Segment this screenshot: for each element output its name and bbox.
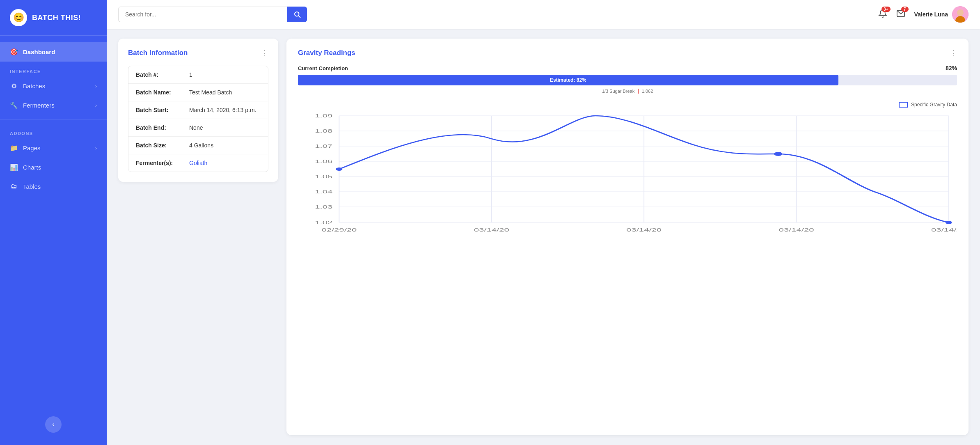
notifications-bell-button[interactable]: 3+ xyxy=(878,9,887,20)
svg-text:1.02: 1.02 xyxy=(315,220,332,225)
svg-point-4 xyxy=(957,9,964,16)
bell-badge: 3+ xyxy=(882,7,890,12)
progress-markers: 1/3 Sugar Break 1.062 xyxy=(298,89,957,94)
search-wrapper xyxy=(118,7,307,22)
sidebar-divider xyxy=(0,119,107,119)
logo-icon: 😊 xyxy=(10,9,27,26)
fermenter-link[interactable]: Goliath xyxy=(189,160,207,166)
sidebar-item-label: Pages xyxy=(23,145,41,151)
field-label: Fermenter(s): xyxy=(136,160,189,166)
legend-box-icon xyxy=(899,102,908,108)
gravity-header: Gravity Readings ⋮ xyxy=(298,48,957,57)
svg-line-1 xyxy=(298,16,300,17)
sidebar-item-label: Fermenters xyxy=(23,102,55,109)
chart-container: .grid-line { stroke: #e8eaf6; stroke-wid… xyxy=(298,112,957,425)
sidebar-logo: 😊 BATCH THIS! xyxy=(0,0,107,36)
data-point xyxy=(946,221,952,224)
pages-icon: 📁 xyxy=(10,144,18,152)
progress-bar-outer: Estimated: 82% xyxy=(298,75,957,85)
svg-text:1.06: 1.06 xyxy=(315,159,332,164)
search-icon xyxy=(293,11,301,18)
logo-text: BATCH THIS! xyxy=(32,14,81,22)
table-row: Batch #: 1 xyxy=(128,66,268,84)
gravity-card: Gravity Readings ⋮ Current Completion 82… xyxy=(286,39,969,435)
table-row: Batch Size: 4 Gallons xyxy=(128,137,268,154)
fermenters-icon: 🔧 xyxy=(10,101,18,109)
sidebar-item-batches[interactable]: ⚙ Batches › xyxy=(0,76,107,96)
batch-info-menu-button[interactable]: ⋮ xyxy=(261,48,268,57)
table-row: Batch Start: March 14, 2020, 6:13 p.m. xyxy=(128,101,268,119)
dashboard-icon: 🎯 xyxy=(10,48,18,56)
header-icons: 3+ 7 Valerie Luna xyxy=(878,6,969,23)
header: 3+ 7 Valerie Luna xyxy=(107,0,980,29)
marker-label: 1/3 Sugar Break xyxy=(602,89,635,94)
svg-text:03/14/20: 03/14/20 xyxy=(779,227,814,233)
legend-label: Specific Gravity Data xyxy=(911,102,957,108)
sidebar-item-charts[interactable]: 📊 Charts xyxy=(0,158,107,177)
sidebar: 😊 BATCH THIS! 🎯 Dashboard INTERFACE ⚙ Ba… xyxy=(0,0,107,445)
svg-text:1.08: 1.08 xyxy=(315,128,332,134)
field-value: 1 xyxy=(189,71,192,78)
chevron-right-icon: › xyxy=(95,145,97,151)
sidebar-item-label: Batches xyxy=(23,83,45,89)
sidebar-item-pages[interactable]: 📁 Pages › xyxy=(0,138,107,158)
field-value: March 14, 2020, 6:13 p.m. xyxy=(189,107,256,113)
charts-icon: 📊 xyxy=(10,163,18,171)
marker-divider xyxy=(638,89,639,94)
sidebar-item-label: Charts xyxy=(23,164,41,171)
chevron-right-icon: › xyxy=(95,83,97,89)
svg-text:03/14/20: 03/14/20 xyxy=(931,227,957,233)
batch-info-header: Batch Information ⋮ xyxy=(128,48,268,57)
data-point xyxy=(774,152,782,156)
sidebar-nav: 🎯 Dashboard INTERFACE ⚙ Batches › 🔧 Ferm… xyxy=(0,36,107,445)
collapse-icon: ‹ xyxy=(52,421,54,428)
table-row: Fermenter(s): Goliath xyxy=(128,154,268,172)
main-area: 3+ 7 Valerie Luna xyxy=(107,0,980,445)
data-point xyxy=(336,167,342,171)
mail-badge: 7 xyxy=(901,7,909,12)
table-row: Batch End: None xyxy=(128,119,268,137)
sidebar-item-tables[interactable]: 🗂 Tables xyxy=(0,177,107,196)
batch-info-card: Batch Information ⋮ Batch #: 1 Batch Nam… xyxy=(118,39,278,182)
chevron-right-icon: › xyxy=(95,102,97,108)
field-label: Batch Start: xyxy=(136,107,189,113)
field-value: None xyxy=(189,124,203,131)
field-label: Batch End: xyxy=(136,124,189,131)
field-value: Test Mead Batch xyxy=(189,89,232,96)
batch-info-table: Batch #: 1 Batch Name: Test Mead Batch B… xyxy=(128,66,268,172)
sidebar-item-fermenters[interactable]: 🔧 Fermenters › xyxy=(0,96,107,115)
sidebar-item-dashboard[interactable]: 🎯 Dashboard xyxy=(0,42,107,62)
sidebar-section-interface: INTERFACE xyxy=(0,62,107,76)
progress-label: Estimated: 82% xyxy=(550,77,586,83)
gravity-chart: .grid-line { stroke: #e8eaf6; stroke-wid… xyxy=(298,112,957,243)
search-button[interactable] xyxy=(287,7,307,22)
avatar xyxy=(952,6,969,23)
svg-text:02/29/20: 02/29/20 xyxy=(321,227,357,233)
svg-text:1.09: 1.09 xyxy=(315,113,332,119)
gravity-menu-button[interactable]: ⋮ xyxy=(950,48,957,57)
completion-percentage: 82% xyxy=(946,65,957,71)
svg-text:1.07: 1.07 xyxy=(315,144,332,149)
svg-text:03/14/20: 03/14/20 xyxy=(626,227,662,233)
batch-info-title: Batch Information xyxy=(128,49,188,57)
field-label: Batch Size: xyxy=(136,142,189,149)
svg-text:1.04: 1.04 xyxy=(315,189,332,195)
field-label: Batch Name: xyxy=(136,89,189,96)
sidebar-section-addons: ADDONS xyxy=(0,124,107,138)
gravity-title: Gravity Readings xyxy=(298,49,355,57)
svg-text:03/14/20: 03/14/20 xyxy=(474,227,509,233)
field-label: Batch #: xyxy=(136,71,189,78)
progress-bar-inner: Estimated: 82% xyxy=(298,75,838,85)
svg-text:1.03: 1.03 xyxy=(315,204,332,210)
user-section[interactable]: Valerie Luna xyxy=(914,6,969,23)
notifications-mail-button[interactable]: 7 xyxy=(896,9,905,20)
sidebar-collapse-button[interactable]: ‹ xyxy=(45,416,62,433)
search-input[interactable] xyxy=(118,7,287,22)
avatar-image xyxy=(952,6,969,23)
marker-value: 1.062 xyxy=(642,89,653,94)
sidebar-item-label: Tables xyxy=(23,183,41,190)
batches-icon: ⚙ xyxy=(10,82,18,90)
table-row: Batch Name: Test Mead Batch xyxy=(128,84,268,101)
completion-label: Current Completion xyxy=(298,65,348,71)
chart-legend: Specific Gravity Data xyxy=(298,102,957,108)
